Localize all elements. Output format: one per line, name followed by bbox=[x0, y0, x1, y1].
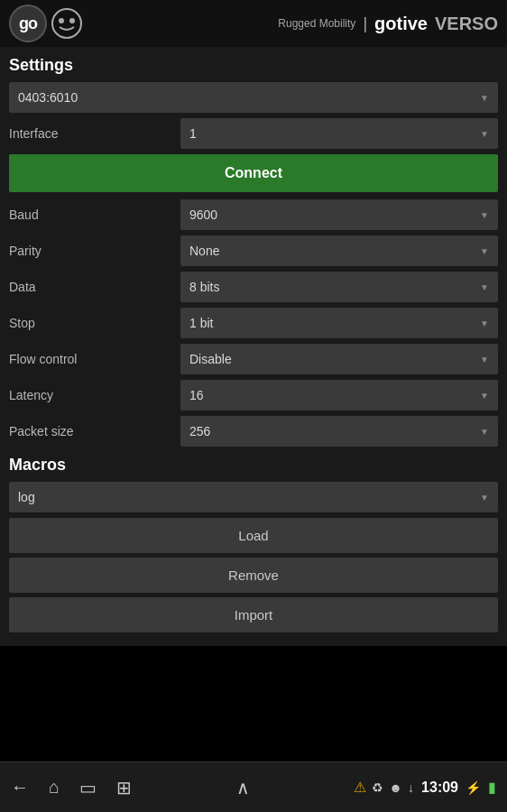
latency-select-wrapper: 16 32 64 bbox=[180, 380, 498, 411]
clock-display: 13:09 bbox=[421, 780, 458, 796]
interface-select[interactable]: 1 bbox=[180, 118, 498, 149]
baud-select[interactable]: 9600 4800 19200 38400 57600 115200 bbox=[180, 199, 498, 230]
data-select[interactable]: 8 bits 7 bits 6 bits 5 bits bbox=[180, 272, 498, 302]
parity-select-wrapper: None Even Odd bbox=[180, 235, 498, 266]
interface-row: Interface 1 bbox=[9, 118, 498, 149]
macros-section: Macros log Load Remove Import bbox=[9, 456, 498, 637]
download-icon: ↓ bbox=[408, 780, 414, 795]
connect-button[interactable]: Connect bbox=[9, 154, 498, 192]
address-input[interactable]: 0403:6010 bbox=[9, 82, 498, 113]
macro-row: log bbox=[9, 482, 498, 512]
battery-icon: ▮ bbox=[488, 779, 496, 796]
macro-select-wrapper: log bbox=[9, 482, 498, 512]
home-button[interactable]: ⌂ bbox=[49, 777, 60, 798]
packet-size-select[interactable]: 256 512 1024 bbox=[180, 416, 498, 447]
baud-select-wrapper: 9600 4800 19200 38400 57600 115200 bbox=[180, 199, 498, 230]
app-header: go Rugged Mobility | gotive VERSO bbox=[0, 0, 507, 47]
load-button[interactable]: Load bbox=[9, 518, 498, 553]
remove-button[interactable]: Remove bbox=[9, 558, 498, 593]
packet-size-label: Packet size bbox=[9, 424, 180, 438]
packet-size-row: Packet size 256 512 1024 bbox=[9, 416, 498, 447]
stop-label: Stop bbox=[9, 316, 180, 330]
data-label: Data bbox=[9, 280, 180, 294]
gotive-brand-text: gotive bbox=[374, 14, 428, 34]
bluetooth-icon: ⚡ bbox=[466, 780, 481, 795]
data-row: Data 8 bits 7 bits 6 bits 5 bits bbox=[9, 272, 498, 302]
logo-icon: go bbox=[9, 5, 47, 42]
latency-row: Latency 16 32 64 bbox=[9, 380, 498, 411]
flow-control-select-wrapper: Disable Enable bbox=[180, 344, 498, 374]
import-button[interactable]: Import bbox=[9, 597, 498, 632]
nav-left-group: ← ⌂ ▭ ⊞ bbox=[11, 777, 132, 798]
macros-title: Macros bbox=[9, 456, 498, 475]
stop-select[interactable]: 1 bit 2 bits bbox=[180, 308, 498, 338]
logo-container: go bbox=[9, 5, 83, 42]
brand-container: Rugged Mobility | gotive VERSO bbox=[278, 14, 498, 34]
stop-select-wrapper: 1 bit 2 bits bbox=[180, 308, 498, 338]
packet-size-select-wrapper: 256 512 1024 bbox=[180, 416, 498, 447]
flow-control-row: Flow control Disable Enable bbox=[9, 344, 498, 374]
baud-row: Baud 9600 4800 19200 38400 57600 115200 bbox=[9, 199, 498, 230]
svg-point-2 bbox=[69, 18, 75, 23]
status-icons: ⚠ ♻ ☻ ↓ bbox=[354, 779, 414, 796]
interface-select-wrapper: 1 bbox=[180, 118, 498, 149]
interface-label: Interface bbox=[9, 126, 180, 141]
main-content: Settings 0403:6010 Interface 1 Connect B… bbox=[0, 47, 507, 646]
flow-control-select[interactable]: Disable Enable bbox=[180, 344, 498, 374]
android-icon: ☻ bbox=[389, 780, 402, 795]
address-row: 0403:6010 bbox=[9, 82, 498, 113]
flow-control-label: Flow control bbox=[9, 352, 180, 366]
parity-label: Parity bbox=[9, 244, 180, 258]
parity-row: Parity None Even Odd bbox=[9, 235, 498, 266]
stop-row: Stop 1 bit 2 bits bbox=[9, 308, 498, 338]
macro-select[interactable]: log bbox=[9, 482, 498, 512]
latency-select[interactable]: 16 32 64 bbox=[180, 380, 498, 411]
settings-title: Settings bbox=[9, 56, 498, 75]
nav-bar: ← ⌂ ▭ ⊞ ∧ ⚠ ♻ ☻ ↓ 13:09 ⚡ ▮ bbox=[0, 761, 507, 812]
nav-right-group: ⚠ ♻ ☻ ↓ 13:09 ⚡ ▮ bbox=[354, 779, 496, 796]
data-select-wrapper: 8 bits 7 bits 6 bits 5 bits bbox=[180, 272, 498, 302]
brand-divider: | bbox=[363, 14, 367, 33]
logo-emblem bbox=[51, 7, 83, 40]
back-button[interactable]: ← bbox=[11, 777, 29, 798]
recent-apps-button[interactable]: ▭ bbox=[79, 777, 97, 798]
svg-point-1 bbox=[59, 18, 64, 23]
svg-point-0 bbox=[52, 9, 81, 38]
chevron-up-button[interactable]: ∧ bbox=[236, 777, 250, 798]
recycle-icon: ♻ bbox=[372, 780, 383, 795]
parity-select[interactable]: None Even Odd bbox=[180, 235, 498, 266]
verso-brand-text: VERSO bbox=[435, 14, 498, 34]
logo-text: go bbox=[19, 14, 37, 33]
baud-label: Baud bbox=[9, 208, 180, 222]
rugged-mobility-text: Rugged Mobility bbox=[278, 17, 355, 30]
menu-button[interactable]: ⊞ bbox=[116, 777, 132, 798]
latency-label: Latency bbox=[9, 388, 180, 402]
warning-icon: ⚠ bbox=[354, 779, 366, 796]
address-wrapper: 0403:6010 bbox=[9, 82, 498, 113]
